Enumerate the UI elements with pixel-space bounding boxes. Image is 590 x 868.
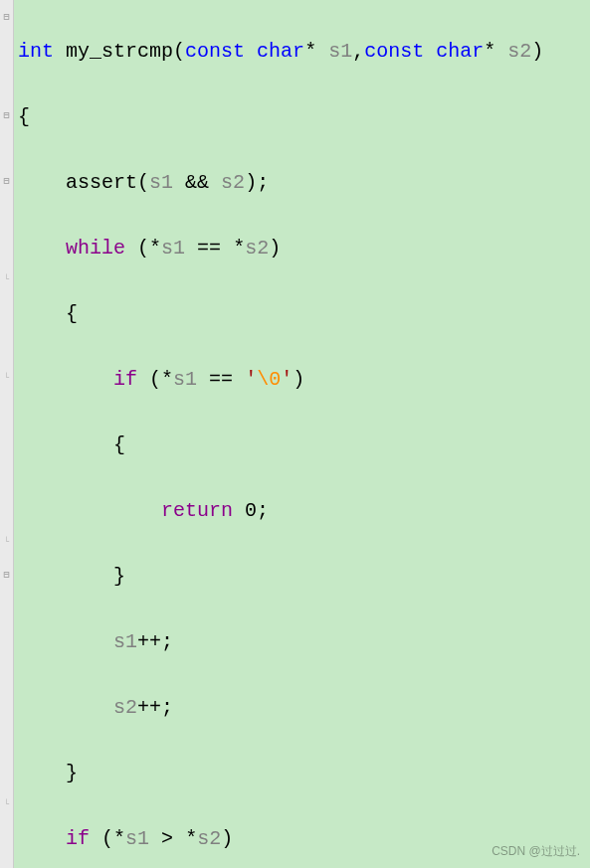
code-line: while (*s1 == *s2): [18, 232, 590, 264]
fold-gutter: [0, 0, 14, 868]
code-line: }: [18, 757, 590, 789]
code-line: }: [18, 560, 590, 593]
code-area[interactable]: int my_strcmp(const char* s1,const char*…: [14, 0, 590, 868]
code-line: assert(s1 && s2);: [18, 166, 590, 199]
code-line: s1++;: [18, 625, 590, 658]
watermark: CSDN @过过过.: [492, 843, 580, 860]
code-editor: int my_strcmp(const char* s1,const char*…: [0, 0, 590, 868]
fold-icon[interactable]: [0, 164, 13, 197]
code-line: {: [18, 297, 590, 330]
fold-icon[interactable]: [0, 558, 13, 591]
code-line: if (*s1 == '\0'): [18, 363, 590, 396]
fold-icon[interactable]: [0, 0, 13, 33]
code-line: s2++;: [18, 691, 590, 724]
fold-icon[interactable]: [0, 98, 13, 131]
code-line: return 0;: [18, 494, 590, 527]
code-line: int my_strcmp(const char* s1,const char*…: [18, 35, 590, 68]
code-line: {: [18, 429, 590, 461]
code-line: {: [18, 100, 590, 133]
